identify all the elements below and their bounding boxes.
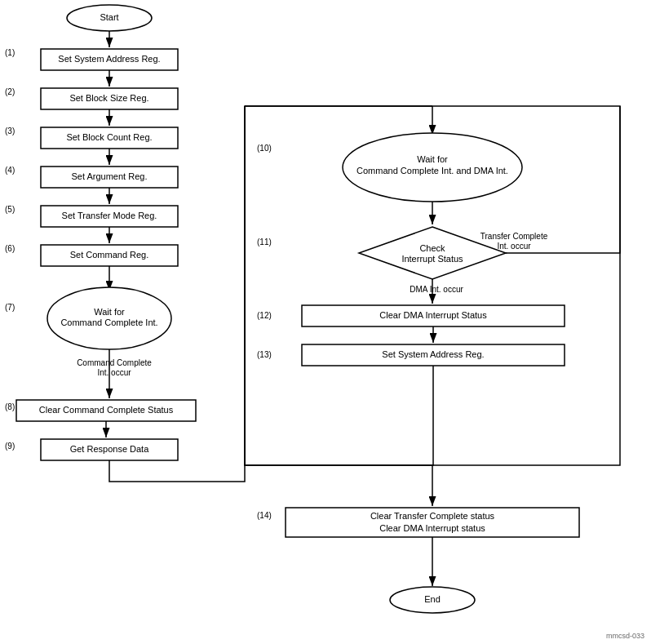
step9-num: (9)	[5, 442, 15, 451]
flowchart-container: Start (1) Set System Address Reg. (2) Se…	[0, 0, 651, 644]
step1-label: Set System Address Reg.	[58, 54, 160, 64]
watermark: mmcsd-033	[606, 632, 644, 640]
step8-label: Clear Command Complete Status	[39, 405, 174, 415]
step5-label: Set Transfer Mode Reg.	[62, 211, 157, 220]
step3-label: Set Block Count Reg.	[66, 132, 152, 142]
step7-label-1: Wait for	[94, 307, 125, 317]
step11-label-1: Check	[419, 243, 445, 253]
step9-label: Get Response Data	[70, 444, 149, 454]
step2-label: Set Block Size Reg.	[69, 93, 148, 103]
step11-label-2: Interrupt Status	[401, 254, 463, 264]
step13-num: (13)	[257, 350, 272, 359]
transfer-complete-note-1: Transfer Complete	[480, 232, 548, 241]
step4-label: Set Argument Reg.	[72, 171, 148, 181]
step4-num: (4)	[5, 166, 15, 175]
start-label: Start	[100, 12, 118, 22]
step12-num: (12)	[257, 311, 272, 320]
step1-num: (1)	[5, 48, 15, 57]
step10-num: (10)	[257, 144, 272, 153]
step12-label: Clear DMA Interrupt Status	[379, 310, 487, 320]
step10-label-2: Command Complete Int. and DMA Int.	[356, 166, 508, 175]
step14-label-2: Clear DMA Interrupt status	[379, 523, 485, 533]
step14-label-1: Clear Transfer Complete status	[370, 511, 495, 521]
step7-note2: Int. occur	[97, 368, 131, 377]
transfer-complete-note-2: Int. occur	[497, 242, 531, 251]
step13-label: Set System Address Reg.	[382, 349, 484, 359]
step14-num: (14)	[257, 511, 272, 520]
step7-note: Command Complete	[77, 358, 152, 367]
step11-num: (11)	[257, 238, 272, 246]
step2-num: (2)	[5, 87, 15, 96]
step8-num: (8)	[5, 402, 15, 411]
step6-label: Set Command Reg.	[70, 250, 149, 260]
step6-num: (6)	[5, 244, 15, 253]
step7-label-2: Command Complete Int.	[60, 318, 157, 327]
step10-label-1: Wait for	[417, 154, 448, 164]
dma-note: DMA Int. occur	[410, 285, 463, 294]
end-label: End	[424, 594, 441, 604]
step5-num: (5)	[5, 205, 15, 214]
step3-num: (3)	[5, 127, 15, 135]
step7-num: (7)	[5, 303, 15, 312]
